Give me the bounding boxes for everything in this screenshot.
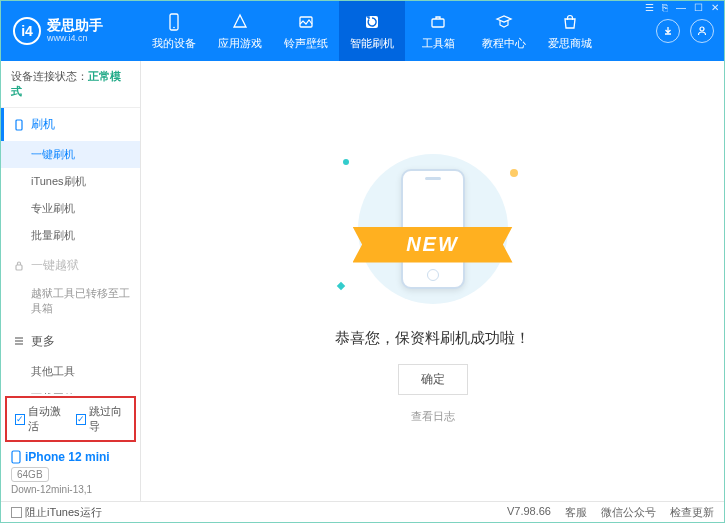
sidebar-item-other-tools[interactable]: 其他工具 bbox=[1, 358, 140, 385]
download-button[interactable] bbox=[656, 19, 680, 43]
app-name: 爱思助手 bbox=[47, 18, 103, 33]
logo-area: i4 爱思助手 www.i4.cn bbox=[1, 17, 141, 45]
check-icon: ✓ bbox=[76, 414, 86, 425]
device-info[interactable]: iPhone 12 mini 64GB Down-12mini-13,1 bbox=[1, 444, 140, 501]
window-controls: ☰ ⎘ — ☐ ✕ bbox=[645, 2, 719, 13]
phone-icon bbox=[11, 450, 21, 464]
nav-my-device[interactable]: 我的设备 bbox=[141, 1, 207, 61]
lock-icon[interactable]: ⎘ bbox=[662, 2, 668, 13]
checkbox-auto-activate[interactable]: ✓ 自动激活 bbox=[15, 404, 66, 434]
checkbox-icon bbox=[11, 507, 22, 518]
nav-label: 我的设备 bbox=[152, 36, 196, 51]
close-icon[interactable]: ✕ bbox=[711, 2, 719, 13]
connection-status: 设备连接状态：正常模式 bbox=[1, 61, 140, 108]
logo-icon: i4 bbox=[13, 17, 41, 45]
option-checkboxes: ✓ 自动激活 ✓ 跳过向导 bbox=[5, 396, 136, 442]
footer: 阻止iTunes运行 V7.98.66 客服 微信公众号 检查更新 bbox=[1, 501, 724, 523]
titlebar: ☰ ⎘ — ☐ ✕ i4 爱思助手 www.i4.cn 我的设备 应用游戏 铃声… bbox=[1, 1, 724, 61]
check-icon: ✓ bbox=[15, 414, 25, 425]
list-icon bbox=[13, 335, 25, 347]
svg-rect-6 bbox=[16, 120, 22, 130]
sidebar-item-download-firmware[interactable]: 下载固件 bbox=[1, 385, 140, 394]
device-name-text: iPhone 12 mini bbox=[25, 450, 110, 464]
user-button[interactable] bbox=[690, 19, 714, 43]
nav-toolbox[interactable]: 工具箱 bbox=[405, 1, 471, 61]
sidebar-item-batch-flash[interactable]: 批量刷机 bbox=[1, 222, 140, 249]
sidebar-header-flash[interactable]: 刷机 bbox=[1, 108, 140, 141]
nav-label: 爱思商城 bbox=[548, 36, 592, 51]
nav-ringtone[interactable]: 铃声壁纸 bbox=[273, 1, 339, 61]
nav-flash[interactable]: 智能刷机 bbox=[339, 1, 405, 61]
nav-label: 教程中心 bbox=[482, 36, 526, 51]
nav-store[interactable]: 爱思商城 bbox=[537, 1, 603, 61]
nav-label: 应用游戏 bbox=[218, 36, 262, 51]
device-storage: 64GB bbox=[11, 467, 49, 482]
nav-label: 铃声壁纸 bbox=[284, 36, 328, 51]
minimize-icon[interactable]: — bbox=[676, 2, 686, 13]
svg-point-1 bbox=[173, 26, 175, 28]
sidebar-header-jailbreak[interactable]: 一键越狱 bbox=[1, 249, 140, 282]
maximize-icon[interactable]: ☐ bbox=[694, 2, 703, 13]
sidebar-header-more[interactable]: 更多 bbox=[1, 325, 140, 358]
checkbox-skip-guide[interactable]: ✓ 跳过向导 bbox=[76, 404, 127, 434]
sidebar-header-label: 刷机 bbox=[31, 116, 55, 133]
sidebar-header-label: 一键越狱 bbox=[31, 257, 79, 274]
svg-rect-7 bbox=[16, 265, 22, 270]
sidebar-item-pro-flash[interactable]: 专业刷机 bbox=[1, 195, 140, 222]
nav-label: 智能刷机 bbox=[350, 36, 394, 51]
success-illustration: NEW bbox=[333, 149, 533, 309]
view-log-link[interactable]: 查看日志 bbox=[411, 409, 455, 424]
nav-apps[interactable]: 应用游戏 bbox=[207, 1, 273, 61]
device-name: iPhone 12 mini bbox=[11, 450, 130, 464]
toolbox-icon bbox=[428, 12, 448, 32]
sidebar-header-label: 更多 bbox=[31, 333, 55, 350]
sidebar-item-oneclick-flash[interactable]: 一键刷机 bbox=[1, 141, 140, 168]
version-label: V7.98.66 bbox=[507, 505, 551, 520]
svg-point-5 bbox=[700, 27, 704, 31]
device-icon bbox=[164, 12, 184, 32]
status-label: 设备连接状态： bbox=[11, 70, 88, 82]
jailbreak-note: 越狱工具已转移至工具箱 bbox=[1, 282, 140, 325]
main-content: NEW 恭喜您，保资料刷机成功啦！ 确定 查看日志 bbox=[141, 61, 724, 501]
svg-rect-4 bbox=[432, 19, 444, 27]
new-ribbon: NEW bbox=[353, 227, 513, 263]
phone-icon bbox=[13, 119, 25, 131]
apps-icon bbox=[230, 12, 250, 32]
titlebar-actions bbox=[656, 19, 724, 43]
checkbox-label: 跳过向导 bbox=[89, 404, 127, 434]
sidebar: 设备连接状态：正常模式 刷机 一键刷机 iTunes刷机 专业刷机 批量刷机 一… bbox=[1, 61, 141, 501]
checkbox-block-itunes[interactable]: 阻止iTunes运行 bbox=[11, 505, 102, 520]
svg-rect-8 bbox=[12, 451, 20, 463]
nav-tutorial[interactable]: 教程中心 bbox=[471, 1, 537, 61]
store-icon bbox=[560, 12, 580, 32]
checkbox-label: 阻止iTunes运行 bbox=[25, 505, 102, 520]
lock-icon bbox=[13, 260, 25, 272]
menu-icon[interactable]: ☰ bbox=[645, 2, 654, 13]
footer-link-update[interactable]: 检查更新 bbox=[670, 505, 714, 520]
nav-label: 工具箱 bbox=[422, 36, 455, 51]
sidebar-item-itunes-flash[interactable]: iTunes刷机 bbox=[1, 168, 140, 195]
wallpaper-icon bbox=[296, 12, 316, 32]
tutorial-icon bbox=[494, 12, 514, 32]
device-firmware: Down-12mini-13,1 bbox=[11, 484, 130, 495]
app-url: www.i4.cn bbox=[47, 34, 103, 44]
flash-icon bbox=[362, 12, 382, 32]
confirm-button[interactable]: 确定 bbox=[398, 364, 468, 395]
checkbox-label: 自动激活 bbox=[28, 404, 66, 434]
success-message: 恭喜您，保资料刷机成功啦！ bbox=[335, 329, 530, 348]
main-nav: 我的设备 应用游戏 铃声壁纸 智能刷机 工具箱 教程中心 爱思商城 bbox=[141, 1, 656, 61]
footer-link-service[interactable]: 客服 bbox=[565, 505, 587, 520]
footer-link-wechat[interactable]: 微信公众号 bbox=[601, 505, 656, 520]
